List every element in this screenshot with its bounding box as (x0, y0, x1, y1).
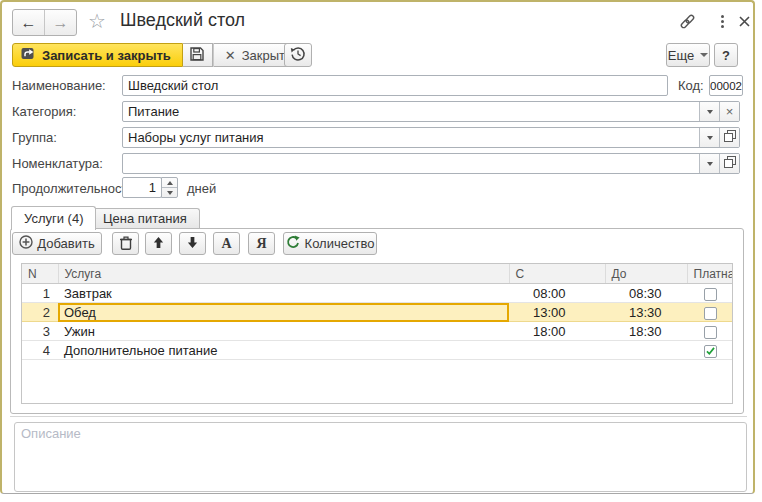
spin-up-button[interactable] (162, 178, 177, 188)
time-from-cell[interactable]: 08:00 (509, 284, 605, 303)
history-button[interactable] (284, 43, 312, 67)
move-down-button[interactable] (179, 232, 206, 255)
tab-meal-price[interactable]: Цена питания (90, 208, 200, 228)
services-table-body: 1Завтрак08:0008:302Обед13:0013:303Ужин18… (22, 284, 733, 360)
code-field-label: Код: (678, 78, 704, 93)
window-close-icon[interactable] (734, 11, 754, 31)
duration-value: 1 (149, 180, 156, 195)
main-command-group: Записать и закрыть ✕ Закрыть (12, 43, 304, 67)
chevron-down-icon (700, 53, 708, 57)
arrow-up-icon (152, 236, 165, 252)
save-and-close-button[interactable]: Записать и закрыть (12, 43, 183, 67)
add-row-label: Добавить (37, 236, 94, 251)
tab-services[interactable]: Услуги (4) (11, 206, 96, 230)
sort-ascending-label: А (221, 236, 231, 252)
more-label: Еще (668, 48, 694, 63)
nomenclature-value (123, 154, 699, 173)
name-value: Шведский стол (128, 78, 218, 93)
category-clear-button[interactable]: × (719, 102, 739, 121)
tab-meal-price-label: Цена питания (103, 211, 187, 226)
group-combo[interactable]: Наборы услуг питания (122, 127, 740, 148)
nomenclature-dropdown-button[interactable] (699, 154, 719, 173)
row-number-cell[interactable]: 1 (22, 284, 58, 303)
category-combo[interactable]: Питание × (122, 101, 740, 122)
name-input[interactable]: Шведский стол (122, 75, 668, 96)
nomenclature-open-button[interactable] (719, 154, 739, 173)
save-and-close-label: Записать и закрыть (42, 48, 171, 63)
dropdown-icon (707, 110, 713, 114)
time-to-cell[interactable] (605, 341, 687, 360)
group-dropdown-button[interactable] (699, 128, 719, 147)
group-field-label: Группа: (12, 130, 57, 145)
paid-checkbox[interactable] (704, 307, 717, 320)
time-to-cell[interactable]: 18:30 (605, 322, 687, 341)
group-value: Наборы услуг питания (123, 128, 699, 147)
nomenclature-combo[interactable] (122, 153, 740, 174)
more-actions-button[interactable]: Еще (666, 43, 710, 67)
paid-cell[interactable] (687, 341, 733, 360)
row-number-cell[interactable]: 2 (22, 303, 58, 322)
add-row-button[interactable]: Добавить (12, 232, 102, 255)
nomenclature-field-label: Номенклатура: (12, 156, 103, 171)
time-to-cell[interactable]: 08:30 (605, 284, 687, 303)
column-header-n[interactable]: N (22, 264, 58, 284)
tab-services-label: Услуги (4) (24, 211, 83, 226)
name-field-label: Наименование: (12, 78, 106, 93)
code-value: 00002 (710, 80, 742, 92)
code-input[interactable]: 00002 (709, 75, 743, 96)
description-input[interactable] (14, 422, 747, 492)
paid-cell[interactable] (687, 284, 733, 303)
help-button[interactable]: ? (714, 43, 738, 67)
favorite-star-icon[interactable]: ☆ (88, 9, 106, 33)
table-row[interactable]: 3Ужин18:0018:30 (22, 322, 733, 341)
column-header-paid[interactable]: Платная (687, 264, 733, 284)
sort-ascending-button[interactable]: А (213, 232, 240, 255)
sort-descending-label: Я (256, 236, 266, 252)
time-from-cell[interactable]: 13:00 (509, 303, 605, 322)
category-dropdown-button[interactable] (699, 102, 719, 121)
delete-row-button[interactable] (112, 232, 139, 255)
paid-cell[interactable] (687, 303, 733, 322)
arrow-down-icon (186, 236, 199, 252)
sort-descending-button[interactable]: Я (248, 232, 275, 255)
paid-checkbox[interactable] (704, 288, 717, 301)
help-label: ? (722, 48, 730, 63)
time-from-cell[interactable]: 18:00 (509, 322, 605, 341)
table-row[interactable]: 4Дополнительное питание (22, 341, 733, 360)
service-cell[interactable]: Дополнительное питание (58, 341, 509, 360)
dropdown-icon (707, 136, 713, 140)
duration-field-label: Продолжительность: (12, 181, 138, 196)
paid-checkbox-checked[interactable] (704, 345, 717, 358)
duration-input[interactable]: 1 (122, 177, 162, 198)
column-header-to[interactable]: До (605, 264, 687, 284)
table-header-row: N Услуга С До Платная (22, 264, 733, 284)
table-row[interactable]: 2Обед13:0013:30 (22, 303, 733, 322)
open-form-icon (724, 156, 736, 171)
time-from-cell[interactable] (509, 341, 605, 360)
get-link-icon[interactable] (677, 11, 697, 31)
column-header-from[interactable]: С (509, 264, 605, 284)
duration-unit-label: дней (187, 181, 216, 196)
spin-down-button[interactable] (162, 188, 177, 197)
quantity-button[interactable]: Количество (283, 232, 377, 255)
save-and-close-icon (21, 46, 36, 64)
services-table[interactable]: N Услуга С До Платная 1Завтрак08:0008:30… (21, 263, 733, 404)
back-button[interactable]: ← (13, 10, 44, 35)
refresh-icon (286, 235, 300, 252)
window-menu-icon[interactable] (712, 11, 732, 31)
time-to-cell[interactable]: 13:30 (605, 303, 687, 322)
group-open-button[interactable] (719, 128, 739, 147)
spin-up-icon (167, 181, 173, 185)
service-cell[interactable]: Обед (58, 303, 509, 322)
paid-cell[interactable] (687, 322, 733, 341)
paid-checkbox[interactable] (704, 326, 717, 339)
save-button[interactable] (183, 43, 213, 67)
row-number-cell[interactable]: 3 (22, 322, 58, 341)
table-row[interactable]: 1Завтрак08:0008:30 (22, 284, 733, 303)
move-up-button[interactable] (145, 232, 172, 255)
forward-button[interactable]: → (44, 10, 76, 35)
service-cell[interactable]: Завтрак (58, 284, 509, 303)
column-header-service[interactable]: Услуга (58, 264, 509, 284)
service-cell[interactable]: Ужин (58, 322, 509, 341)
row-number-cell[interactable]: 4 (22, 341, 58, 360)
